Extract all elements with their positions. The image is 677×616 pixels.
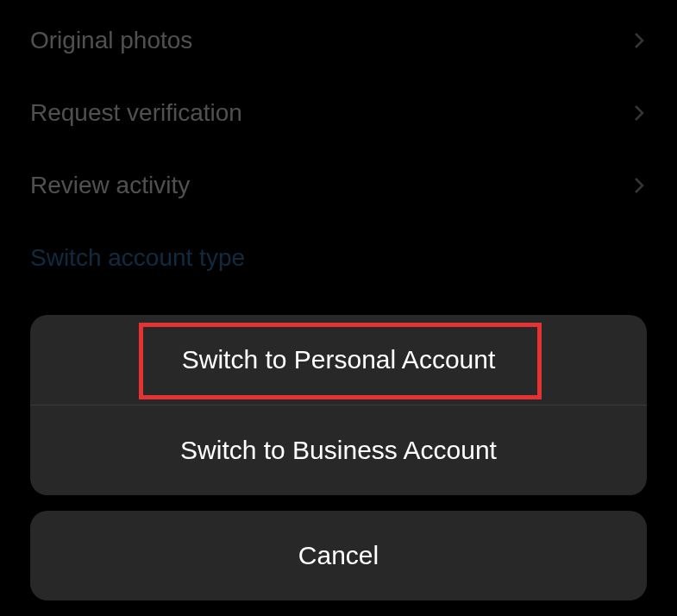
chevron-right-icon (631, 101, 647, 125)
action-sheet: Switch to Personal Account Switch to Bus… (30, 315, 647, 600)
settings-item-label: Review activity (30, 172, 190, 199)
settings-item-original-photos[interactable]: Original photos (0, 4, 677, 77)
chevron-right-icon (631, 173, 647, 198)
action-sheet-option-label: Switch to Personal Account (182, 345, 496, 374)
settings-item-label: Request verification (30, 99, 242, 127)
action-sheet-option-business[interactable]: Switch to Business Account (30, 405, 647, 495)
settings-item-label: Original photos (30, 27, 192, 54)
action-sheet-options-group: Switch to Personal Account Switch to Bus… (30, 315, 647, 495)
settings-list: Original photos Request verification Rev… (0, 0, 677, 294)
chevron-right-icon (631, 28, 647, 53)
settings-item-request-verification[interactable]: Request verification (0, 77, 677, 149)
action-sheet-option-personal[interactable]: Switch to Personal Account (30, 315, 647, 405)
settings-item-review-activity[interactable]: Review activity (0, 149, 677, 222)
settings-item-switch-account-type[interactable]: Switch account type (0, 222, 677, 294)
settings-item-label: Switch account type (30, 244, 245, 272)
cancel-button[interactable]: Cancel (30, 511, 647, 600)
cancel-button-label: Cancel (298, 541, 379, 569)
action-sheet-option-label: Switch to Business Account (180, 436, 497, 464)
